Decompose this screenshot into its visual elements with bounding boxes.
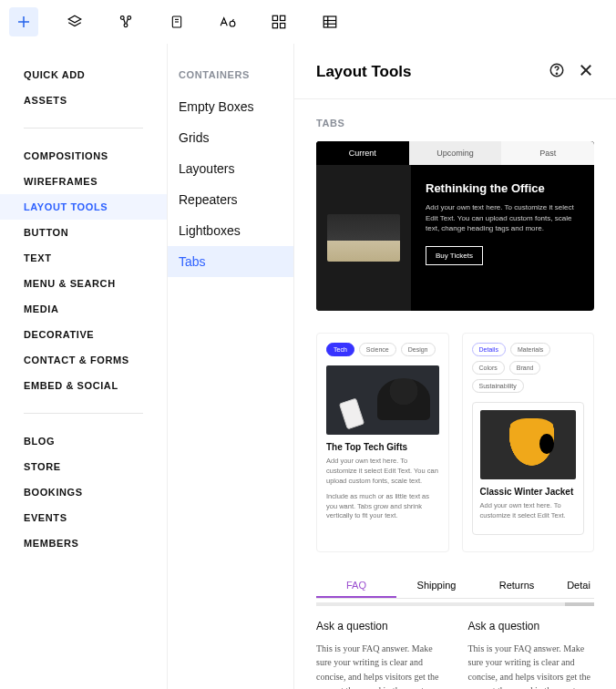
preview-panel: Layout Tools TABS Current Upcoming Past … <box>294 44 616 689</box>
tabs-section-label: TABS <box>316 118 594 129</box>
svg-rect-11 <box>281 15 285 20</box>
category-sidebar: QUICK ADDASSETSCOMPOSITIONSWIREFRAMESLAY… <box>0 44 168 689</box>
sidebar-category[interactable]: MEDIA <box>0 296 167 322</box>
add-icon[interactable] <box>9 7 38 36</box>
divider <box>24 128 143 129</box>
preset-pill-jacket[interactable]: Details Materials Colors Brand Sustainab… <box>462 333 595 552</box>
preset-faq-tabs[interactable]: FAQ Shipping Returns Detai Ask a questio… <box>316 574 594 689</box>
containers-item[interactable]: Lightboxes <box>168 215 293 246</box>
sidebar-category[interactable]: ASSETS <box>0 87 167 113</box>
preset1-heading: Rethinking the Office <box>426 181 580 195</box>
preset2a-image <box>326 365 439 435</box>
sidebar-category[interactable]: MENU & SEARCH <box>0 271 167 296</box>
svg-rect-13 <box>281 24 285 28</box>
theme-icon[interactable] <box>213 7 242 36</box>
preset1-button: Buy Tickets <box>426 246 483 265</box>
containers-item[interactable]: Layouters <box>168 153 293 184</box>
preset1-image <box>316 165 411 311</box>
faq-tab: Returns <box>477 574 557 598</box>
preset2a-pill: Science <box>359 343 396 356</box>
sidebar-category[interactable]: BUTTON <box>0 220 167 245</box>
svg-point-3 <box>120 16 124 20</box>
svg-point-9 <box>230 21 235 26</box>
panel-title: Layout Tools <box>316 63 412 81</box>
faq-tab: Shipping <box>396 574 477 598</box>
preset2a-heading: The Top Tech Gifts <box>326 442 439 452</box>
preset1-body: Add your own text here. To customize it … <box>426 202 580 234</box>
containers-item[interactable]: Tabs <box>168 246 293 277</box>
svg-rect-12 <box>272 24 277 28</box>
preset2a-pill: Design <box>401 343 436 356</box>
svg-rect-10 <box>272 15 277 20</box>
svg-rect-14 <box>323 16 336 27</box>
faq-tab: FAQ <box>316 574 396 598</box>
panel-header: Layout Tools <box>294 44 616 99</box>
svg-marker-2 <box>68 15 81 23</box>
containers-panel: CONTAINERS Empty BoxesGridsLayoutersRepe… <box>168 44 294 689</box>
preset2b-pill: Brand <box>509 361 541 375</box>
containers-item[interactable]: Empty Boxes <box>168 91 293 122</box>
preset2b-pill: Sustainability <box>472 379 524 393</box>
preset1-tab: Upcoming <box>409 141 502 165</box>
apps-icon[interactable] <box>264 7 293 36</box>
sidebar-category[interactable]: CONTACT & FORMS <box>0 347 167 373</box>
preset1-tab: Current <box>316 141 409 165</box>
preset2b-pill: Colors <box>472 361 505 375</box>
preset2b-heading: Classic Winter Jacket <box>480 487 577 497</box>
sidebar-category[interactable]: EVENTS <box>0 505 167 530</box>
preset2b-image <box>480 410 577 479</box>
preset2b-pill: Materials <box>510 343 550 356</box>
sidebar-category[interactable]: BLOG <box>0 428 167 454</box>
preset-pill-tech[interactable]: Tech Science Design The Top Tech Gifts A… <box>316 333 449 552</box>
sidebar-category[interactable]: COMPOSITIONS <box>0 143 167 169</box>
faq-body: This is your FAQ answer. Make sure your … <box>468 642 595 689</box>
sidebar-category[interactable]: MEMBERS <box>0 530 167 556</box>
svg-point-5 <box>124 24 128 27</box>
preset-dark-tabs[interactable]: Current Upcoming Past Rethinking the Off… <box>316 141 594 311</box>
sidebar-category[interactable]: LAYOUT TOOLS <box>0 194 167 220</box>
sidebar-category[interactable]: BOOKINGS <box>0 479 167 505</box>
faq-scrollbar[interactable] <box>316 602 594 606</box>
preset2a-body: Add your own text here. To customize it … <box>326 457 439 487</box>
close-icon[interactable] <box>578 62 594 82</box>
containers-title: CONTAINERS <box>168 62 293 91</box>
containers-item[interactable]: Grids <box>168 122 293 153</box>
preset2a-body2: Include as much or as little text as you… <box>326 492 439 522</box>
faq-heading: Ask a question <box>316 620 443 632</box>
faq-body: This is your FAQ answer. Make sure your … <box>316 642 443 689</box>
preset2a-pill: Tech <box>326 343 354 356</box>
site-icon[interactable] <box>111 7 140 36</box>
preset2b-pill: Details <box>472 343 506 356</box>
sidebar-category[interactable]: EMBED & SOCIAL <box>0 373 167 398</box>
help-icon[interactable] <box>549 62 565 82</box>
svg-point-4 <box>128 16 131 20</box>
preset1-tab: Past <box>501 141 594 165</box>
sidebar-category[interactable]: DECORATIVE <box>0 322 167 347</box>
toolbar <box>0 0 616 44</box>
sidebar-category[interactable]: WIREFRAMES <box>0 169 167 194</box>
page-icon[interactable] <box>162 7 191 36</box>
divider <box>24 413 143 414</box>
grid-icon[interactable] <box>315 7 344 36</box>
svg-point-19 <box>556 73 557 74</box>
preset2b-body: Add your own text here. To customize it … <box>480 501 577 521</box>
faq-tab: Detai <box>557 574 601 598</box>
sidebar-category[interactable]: QUICK ADD <box>0 62 167 87</box>
layers-icon[interactable] <box>60 7 89 36</box>
faq-heading: Ask a question <box>468 620 595 632</box>
containers-item[interactable]: Repeaters <box>168 184 293 215</box>
sidebar-category[interactable]: TEXT <box>0 245 167 271</box>
sidebar-category[interactable]: STORE <box>0 454 167 479</box>
